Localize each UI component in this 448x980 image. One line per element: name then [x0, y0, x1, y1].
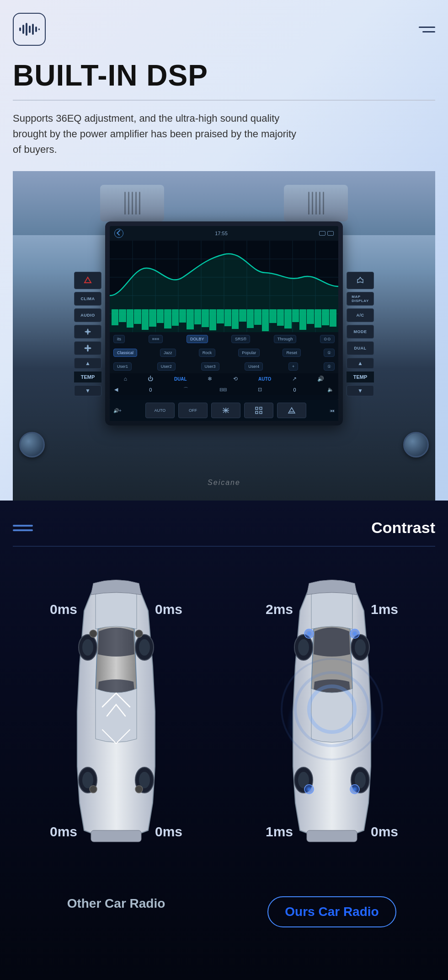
screen-controls-row2: Classical Jazz Rock Popular Reset ① — [110, 346, 338, 360]
contrast-divider — [13, 546, 435, 547]
ctrl-num1[interactable]: ① — [324, 349, 335, 357]
ctrl-user3[interactable]: User3 — [201, 362, 219, 371]
svg-rect-3 — [29, 26, 31, 33]
ctrl-rock[interactable]: Rock — [199, 349, 216, 357]
svg-rect-4 — [32, 24, 34, 35]
nav-loop-icon[interactable]: ⟲ — [233, 376, 238, 382]
svg-point-49 — [304, 629, 314, 638]
ctrl-classical[interactable]: Classical — [113, 349, 137, 357]
map-btn[interactable]: MAPDISPLAY — [347, 292, 374, 306]
ctrl-jazz[interactable]: Jazz — [160, 349, 176, 357]
svg-rect-0 — [19, 27, 21, 31]
nav-speaker-icon[interactable]: 🔊 — [317, 376, 324, 382]
svg-rect-6 — [38, 28, 40, 30]
other-car-label: Other Car Radio — [67, 896, 165, 911]
vent-left — [100, 185, 164, 221]
contrast-title: Contrast — [371, 519, 435, 537]
logo-box — [13, 13, 46, 46]
ctrl-plus[interactable]: + — [288, 362, 298, 371]
fan2-btn[interactable] — [74, 341, 101, 355]
our-car-overhead: 2ms 1ms 1ms 0ms — [266, 565, 398, 885]
header-row — [13, 13, 435, 46]
ctrl-through[interactable]: Through — [274, 335, 297, 343]
screen-nav-row2: ◀ 0 ⌒ ⊟⊟ ⊡ 0 🔈 — [110, 384, 338, 395]
description-text: Supports 36EQ adjustment, and the ultra-… — [13, 111, 296, 157]
dsp-screen: 17:55 — [110, 226, 338, 400]
nav-home-icon[interactable]: ⌂ — [124, 376, 127, 382]
svg-rect-26 — [260, 411, 262, 414]
other-car-overhead: 0ms 0ms 0ms 0ms — [50, 565, 182, 885]
svg-point-42 — [298, 639, 309, 656]
back-arrow-icon[interactable] — [114, 229, 123, 238]
contrast-line-2 — [13, 529, 33, 531]
screen-nav-row: ⌂ ⏻ DUAL ❄ ⟲ AUTO ↗ 🔊 — [110, 373, 338, 384]
screen-time: 17:55 — [215, 231, 228, 236]
ctrl-user2[interactable]: User2 — [157, 362, 176, 371]
left-knob[interactable] — [19, 432, 45, 458]
screen-topbar: 17:55 — [110, 226, 338, 241]
our-car-label-button[interactable]: Ours Car Radio — [267, 896, 396, 927]
ctrl-eq-lines[interactable]: ≡≡≡ — [149, 335, 163, 343]
temp-label-right: TEMP — [347, 372, 374, 382]
nav-back-icon[interactable]: ◀ — [114, 387, 118, 393]
ctrl-srs[interactable]: SRS® — [231, 335, 250, 343]
ctrl-popular[interactable]: Popular — [238, 349, 260, 357]
temp-label-left: TEMP — [74, 372, 101, 382]
dual-btn[interactable]: DUAL — [347, 341, 374, 355]
svg-point-36 — [90, 630, 97, 637]
ctrl-dolby[interactable]: DOLBY — [187, 335, 208, 343]
top-section: BUILT-IN DSP Supports 36EQ adjustment, a… — [0, 0, 448, 501]
ctrl-reset[interactable]: Reset — [283, 349, 301, 357]
svg-point-50 — [350, 629, 359, 638]
volume-row: 🔊+ AUTO OFF ⏮ — [110, 400, 338, 421]
temp-down-right[interactable]: ▼ — [347, 385, 374, 396]
defrost-btn[interactable] — [211, 403, 240, 418]
hamburger-button[interactable] — [419, 27, 435, 32]
temp-up-right[interactable]: ▲ — [347, 358, 374, 369]
our-car-svg — [272, 574, 391, 858]
audio-btn[interactable]: AUDIO — [74, 308, 101, 322]
triangle-btn[interactable] — [74, 272, 101, 289]
nav-fan-icon: ⊡ — [258, 387, 262, 393]
ac-btn[interactable]: A/C — [347, 308, 374, 322]
nav-power-icon[interactable]: ⏻ — [148, 376, 153, 382]
svg-rect-1 — [22, 25, 24, 34]
temp-down-left[interactable]: ▼ — [74, 385, 101, 396]
nav-vol-icon[interactable]: 🔈 — [327, 387, 334, 393]
temp-up-left[interactable]: ▲ — [74, 358, 101, 369]
comparison-row: 0ms 0ms 0ms 0ms — [13, 565, 435, 927]
right-knob[interactable] — [403, 432, 429, 458]
grid-btn[interactable] — [244, 403, 273, 418]
ctrl-user1[interactable]: User1 — [113, 362, 132, 371]
clima-btn[interactable]: CLIMA — [74, 292, 101, 306]
nav-bars-icon: ⊟⊟ — [219, 387, 227, 392]
nav-val-0: 0 — [149, 387, 152, 393]
fan1-btn[interactable] — [74, 325, 101, 339]
svg-rect-23 — [256, 407, 258, 409]
left-vol-group: 🔊+ — [113, 408, 122, 413]
title-divider — [13, 100, 435, 101]
nav-dual-label: DUAL — [174, 377, 187, 382]
map-btn-icon[interactable] — [347, 272, 374, 289]
status-icon-1 — [319, 231, 325, 236]
nav-snow-icon[interactable]: ❄ — [208, 376, 212, 382]
nav-auto-label: AUTO — [258, 377, 271, 382]
other-car-column: 0ms 0ms 0ms 0ms — [13, 565, 219, 927]
right-buttons: MAPDISPLAY A/C MODE DUAL ▲ TEMP ▼ — [347, 272, 374, 396]
recycle-btn[interactable] — [277, 403, 306, 418]
ctrl-num1b[interactable]: ① — [324, 362, 335, 371]
mode-btn[interactable]: MODE — [347, 325, 374, 339]
off-btn[interactable]: OFF — [178, 403, 208, 418]
right-vol-group: ⏮ — [330, 408, 335, 413]
bottom-section: Contrast 0ms 0ms 0ms 0ms — [0, 501, 448, 980]
screen-status-icons — [319, 231, 334, 236]
page-title: BUILT-IN DSP — [13, 59, 435, 92]
ctrl-speaker-icon[interactable]: ⊙⊙ — [320, 335, 335, 343]
ctrl-user4[interactable]: User4 — [245, 362, 263, 371]
svg-point-52 — [350, 785, 359, 794]
nav-val-02: 0 — [293, 387, 296, 393]
svg-point-39 — [135, 786, 143, 793]
auto-btn[interactable]: AUTO — [145, 403, 175, 418]
ctrl-its[interactable]: its — [113, 335, 125, 343]
nav-arrow-icon[interactable]: ↗ — [292, 376, 297, 382]
